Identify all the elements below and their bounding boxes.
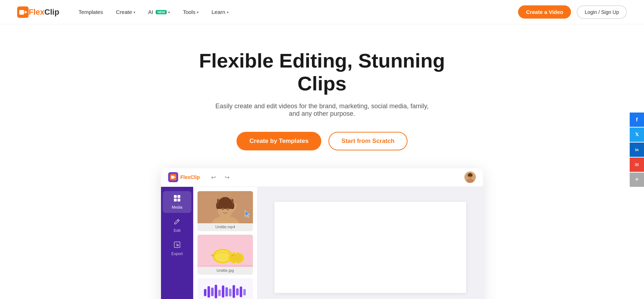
logo-flex-text: Flex	[29, 8, 44, 16]
sidebar-edit-label: Edit	[174, 228, 181, 233]
svg-point-23	[230, 254, 242, 262]
sidebar-export-label: Export	[171, 251, 183, 256]
email-share-button[interactable]: ✉	[630, 158, 644, 172]
app-logo: FlexClip	[168, 172, 200, 182]
chevron-down-icon: ▾	[227, 10, 229, 14]
ai-new-badge: NEW	[156, 10, 167, 14]
nav-item-ai[interactable]: AI NEW ▾	[143, 6, 175, 18]
svg-rect-1	[19, 10, 24, 15]
linkedin-share-button[interactable]: in	[630, 143, 644, 157]
svg-rect-25	[208, 286, 210, 298]
svg-point-21	[215, 250, 230, 262]
plus-icon: +	[635, 175, 639, 184]
app-sidebar: Media Edit	[161, 187, 193, 299]
svg-rect-26	[211, 288, 214, 296]
svg-rect-29	[222, 285, 224, 298]
media-item-audio[interactable]	[197, 278, 253, 299]
sidebar-item-edit[interactable]: Edit	[163, 214, 191, 236]
video-thumbnail	[197, 191, 253, 223]
app-logo-icon	[168, 172, 178, 182]
svg-point-17	[222, 208, 224, 210]
media-icon	[174, 195, 181, 204]
edit-icon	[174, 218, 181, 227]
linkedin-icon: in	[635, 148, 639, 152]
svg-rect-34	[240, 286, 242, 297]
flexclip-icon	[170, 174, 176, 180]
chevron-down-icon: ▾	[197, 10, 199, 14]
svg-point-18	[226, 208, 229, 210]
nav-item-learn[interactable]: Learn ▾	[206, 6, 233, 18]
svg-rect-11	[174, 199, 177, 201]
canvas-area	[258, 187, 483, 299]
nav-item-templates[interactable]: Templates	[74, 6, 108, 18]
more-share-button[interactable]: +	[630, 173, 644, 187]
svg-rect-31	[229, 289, 231, 296]
nav-item-create[interactable]: Create ▾	[111, 6, 140, 18]
social-sidebar: f 𝕏 in ✉ +	[630, 113, 644, 187]
chevron-down-icon: ▾	[133, 10, 135, 14]
twitter-share-button[interactable]: 𝕏	[630, 128, 644, 142]
svg-rect-32	[233, 285, 235, 298]
svg-rect-12	[177, 199, 180, 201]
app-topbar: FlexClip ↩ ↪	[161, 168, 483, 187]
svg-rect-27	[215, 285, 217, 298]
avatar-image	[464, 171, 476, 183]
media-item-video[interactable]: Untitle.mp4	[197, 191, 253, 231]
hero-buttons: Create by Templates Start from Scratch	[236, 132, 407, 150]
nav-right: Create a Video Login / Sign Up	[518, 5, 627, 19]
hero-subtitle: Easily create and edit videos for the br…	[211, 103, 433, 118]
nav-item-tools[interactable]: Tools ▾	[178, 6, 204, 18]
user-avatar[interactable]	[464, 171, 476, 183]
email-icon: ✉	[635, 162, 639, 168]
logo[interactable]: FlexClip	[17, 6, 59, 18]
logo-clip-text: Clip	[44, 8, 59, 16]
sidebar-item-media[interactable]: Media	[163, 191, 191, 213]
image-thumbnail	[197, 235, 253, 267]
svg-rect-24	[204, 289, 206, 296]
svg-rect-33	[236, 288, 239, 295]
app-preview: FlexClip ↩ ↪	[161, 168, 483, 299]
image-filename: Untitle.jpg	[197, 267, 253, 275]
navbar: FlexClip Templates Create ▾ AI NEW ▾ Too…	[0, 0, 644, 24]
login-button[interactable]: Login / Sign Up	[577, 5, 627, 19]
undo-button[interactable]: ↩	[208, 172, 218, 182]
redo-button[interactable]: ↪	[222, 172, 232, 182]
svg-rect-30	[225, 287, 228, 296]
svg-rect-10	[177, 195, 180, 198]
audio-thumbnail	[197, 278, 253, 299]
export-icon	[174, 241, 181, 250]
app-logo-text: FlexClip	[180, 174, 200, 180]
hero-section: Flexible Editing, Stunning Clips Easily …	[0, 24, 644, 299]
media-item-image[interactable]: Untitle.jpg	[197, 235, 253, 275]
twitter-icon: 𝕏	[635, 132, 639, 137]
start-from-scratch-button[interactable]: Start from Scratch	[328, 132, 407, 150]
svg-rect-28	[218, 290, 221, 296]
video-filename: Untitle.mp4	[197, 223, 253, 231]
create-by-templates-button[interactable]: Create by Templates	[236, 132, 321, 150]
facebook-share-button[interactable]: f	[630, 113, 644, 127]
svg-rect-35	[243, 289, 246, 295]
canvas-white[interactable]	[274, 202, 466, 293]
logo-icon	[17, 6, 29, 18]
create-video-button[interactable]: Create a Video	[518, 5, 571, 19]
topbar-actions: ↩ ↪	[208, 172, 232, 182]
facebook-icon: f	[636, 116, 638, 123]
app-body: Media Edit	[161, 187, 483, 299]
hero-title: Flexible Editing, Stunning Clips	[179, 49, 465, 95]
waveform-visual	[202, 282, 249, 299]
cursor-indicator	[244, 210, 251, 220]
chevron-down-icon: ▾	[168, 10, 170, 14]
sidebar-media-label: Media	[172, 205, 182, 209]
nav-items: Templates Create ▾ AI NEW ▾ Tools ▾ Lear…	[74, 6, 518, 18]
svg-rect-9	[174, 195, 177, 198]
svg-rect-4	[171, 176, 174, 179]
media-panel: Untitle.mp4	[193, 187, 258, 299]
sidebar-item-export[interactable]: Export	[163, 238, 191, 259]
